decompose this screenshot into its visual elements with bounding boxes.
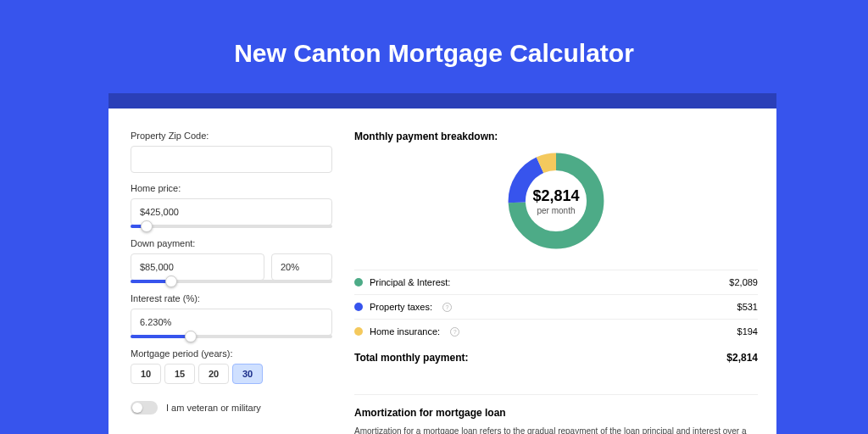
dot-icon [354,303,363,311]
donut-amount: $2,814 [532,187,579,205]
period-label: Mortgage period (years): [131,348,332,359]
period-option-30[interactable]: 30 [232,364,263,384]
legend-value: $2,089 [729,277,758,287]
legend-row-ins: Home insurance: ? $194 [354,319,758,343]
rate-label: Interest rate (%): [131,293,332,303]
period-option-20[interactable]: 20 [198,364,229,384]
total-row: Total monthly payment: $2,814 [354,343,758,372]
donut-center: $2,814 per month [504,149,608,253]
donut-container: $2,814 per month [354,149,758,270]
dot-icon [354,278,363,287]
veteran-toggle[interactable] [131,401,158,415]
rate-slider-thumb[interactable] [185,331,197,342]
form-panel: Property Zip Code: Home price: Down paym… [131,131,332,426]
breakdown-panel: Monthly payment breakdown: $2,814 per mo… [349,131,758,426]
home-price-group: Home price: [131,183,332,228]
legend-row-pi: Principal & Interest: $2,089 [354,270,758,294]
period-options: 10 15 20 30 [131,364,332,384]
home-price-input[interactable] [131,198,332,225]
veteran-row: I am veteran or military [131,401,332,415]
legend-value: $531 [737,302,758,312]
down-payment-input[interactable] [131,253,264,281]
rate-slider-fill [131,335,191,338]
amortization-heading: Amortization for mortgage loan [354,407,758,419]
legend-row-tax: Property taxes: ? $531 [354,294,758,319]
page-title: New Canton Mortgage Calculator [0,0,868,93]
down-payment-slider-thumb[interactable] [165,275,177,287]
breakdown-heading: Monthly payment breakdown: [354,131,758,142]
amortization-body: Amortization for a mortgage loan refers … [354,426,758,434]
dot-icon [354,327,363,336]
legend-label: Home insurance: [370,326,440,337]
rate-input[interactable] [131,309,332,336]
home-price-label: Home price: [131,183,332,193]
donut-sub: per month [537,206,575,215]
card-shadow [108,93,776,108]
legend-value: $194 [737,326,758,337]
down-payment-label: Down payment: [131,238,332,248]
period-option-15[interactable]: 15 [164,364,195,384]
home-price-slider[interactable] [131,225,332,228]
period-group: Mortgage period (years): 10 15 20 30 [131,348,332,384]
down-payment-slider[interactable] [131,280,332,283]
legend-label: Principal & Interest: [370,277,450,287]
amortization-section: Amortization for mortgage loan Amortizat… [354,394,758,434]
legend-label: Property taxes: [370,302,432,312]
total-value: $2,814 [726,352,758,364]
info-icon[interactable]: ? [450,327,459,337]
zip-label: Property Zip Code: [131,131,332,141]
down-payment-group: Down payment: [131,238,332,283]
rate-slider[interactable] [131,335,332,338]
veteran-label: I am veteran or military [166,403,261,413]
zip-input[interactable] [131,146,332,173]
rate-group: Interest rate (%): [131,293,332,338]
down-payment-pct-input[interactable] [271,253,332,281]
info-icon[interactable]: ? [442,303,452,312]
payment-donut-chart: $2,814 per month [504,149,608,253]
home-price-slider-thumb[interactable] [141,220,153,232]
zip-group: Property Zip Code: [131,131,332,173]
calculator-card: Property Zip Code: Home price: Down paym… [108,108,776,434]
period-option-10[interactable]: 10 [131,364,161,384]
total-label: Total monthly payment: [354,352,468,364]
